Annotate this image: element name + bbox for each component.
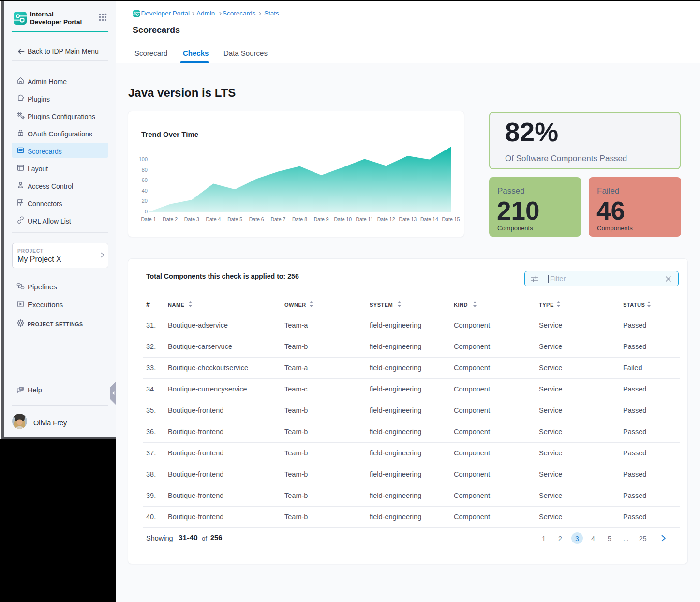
svg-text:?: ?	[20, 388, 22, 391]
svg-text:Date 11: Date 11	[356, 216, 373, 222]
svg-text:20: 20	[142, 198, 148, 204]
svg-text:40: 40	[142, 188, 148, 194]
svg-text:80: 80	[142, 167, 148, 173]
svg-text:Date 9: Date 9	[314, 216, 329, 222]
svg-text:Date 15: Date 15	[442, 216, 460, 222]
svg-text:Date 13: Date 13	[399, 216, 417, 222]
svg-text:Date 3: Date 3	[184, 216, 199, 222]
svg-text:Date 14: Date 14	[420, 216, 438, 222]
svg-text:Date 2: Date 2	[163, 216, 178, 222]
svg-text:60: 60	[142, 177, 148, 183]
svg-text:Date 7: Date 7	[270, 216, 285, 222]
svg-text:Date 10: Date 10	[334, 216, 352, 222]
svg-text:Date 6: Date 6	[249, 216, 264, 222]
svg-text:100: 100	[139, 156, 148, 162]
svg-text:Date 12: Date 12	[377, 216, 395, 222]
svg-text:Date 5: Date 5	[227, 216, 242, 222]
svg-text:0: 0	[145, 209, 148, 214]
svg-text:Date 8: Date 8	[292, 216, 307, 222]
svg-text:Date 4: Date 4	[206, 216, 221, 222]
svg-text:Date 1: Date 1	[141, 216, 156, 222]
